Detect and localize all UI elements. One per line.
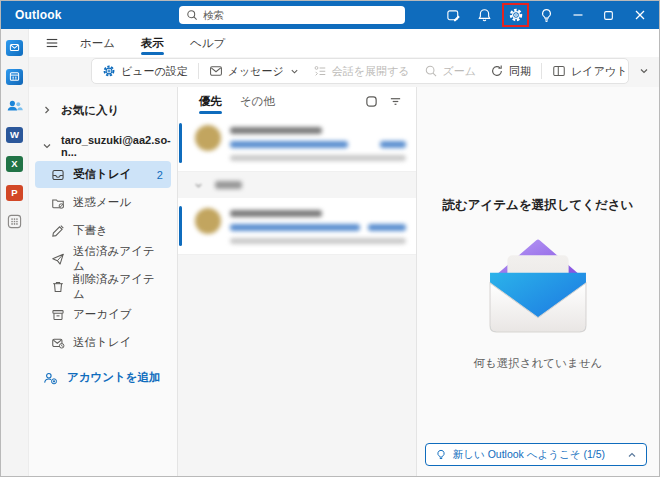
- nav-toggle-button[interactable]: [37, 30, 67, 56]
- favorites-row[interactable]: お気に入り: [29, 96, 177, 124]
- trash-icon: [51, 280, 65, 294]
- excel-icon: X: [6, 156, 23, 172]
- tab-other[interactable]: その他: [231, 87, 284, 115]
- view-settings-gear-icon: [102, 64, 116, 78]
- blurred-preview: [230, 238, 406, 244]
- tips-button[interactable]: [531, 1, 562, 29]
- select-icon: [365, 95, 378, 108]
- filter-icon: [389, 95, 402, 108]
- view-settings-button[interactable]: ビューの設定: [95, 60, 195, 82]
- folder-archive[interactable]: アーカイブ: [35, 301, 171, 328]
- ribbon-divider: [198, 63, 199, 79]
- reading-pane: 読むアイテムを選択してください: [417, 87, 659, 476]
- favorites-label: お気に入り: [61, 103, 119, 118]
- folder-inbox[interactable]: 受信トレイ 2: [35, 161, 171, 188]
- minimize-button[interactable]: [562, 1, 593, 29]
- view-settings-label: ビューの設定: [121, 64, 188, 79]
- layout-button[interactable]: レイアウト: [545, 60, 629, 82]
- maximize-button[interactable]: [593, 1, 624, 29]
- rail-item-more-apps[interactable]: [5, 212, 25, 231]
- search-input[interactable]: [203, 9, 398, 21]
- tab-view[interactable]: 表示: [128, 29, 177, 57]
- tab-home[interactable]: ホーム: [67, 29, 128, 57]
- message-list-header: 優先 その他: [178, 87, 416, 115]
- account-label: taro_suzuki@aa2.so-n...: [61, 134, 171, 158]
- layout-icon: [552, 64, 566, 78]
- rail-item-people[interactable]: [5, 96, 25, 115]
- sync-icon: [490, 64, 504, 78]
- maximize-icon: [603, 10, 614, 21]
- welcome-teaching-callout[interactable]: 新しい Outlook へようこそ (1/5): [425, 443, 647, 466]
- ribbon-collapse-button[interactable]: [633, 60, 655, 82]
- folder-outbox[interactable]: 送信トレイ: [35, 329, 171, 356]
- hamburger-icon: [45, 36, 59, 50]
- mail-list-item[interactable]: [178, 115, 416, 172]
- outlook-mail-icon: [6, 40, 23, 56]
- blurred-subject: [230, 141, 348, 148]
- feedback-button[interactable]: [438, 1, 469, 29]
- folder-drafts[interactable]: 下書き: [35, 217, 171, 244]
- ribbon: ビューの設定 メッセージ: [29, 57, 659, 87]
- calendar-icon: [6, 69, 23, 85]
- folder-deleted-items[interactable]: 削除済みアイテム: [35, 273, 171, 300]
- rail-selection-indicator: [0, 40, 1, 54]
- mail-item-blurred-text: [230, 125, 406, 161]
- blurred-preview: [230, 155, 406, 161]
- ribbon-tab-row: ホーム 表示 ヘルプ: [29, 29, 659, 57]
- settings-button[interactable]: [500, 1, 531, 29]
- add-account-button[interactable]: アカウントを追加: [29, 370, 177, 385]
- message-list: 優先 その他: [177, 87, 417, 476]
- rail-item-powerpoint[interactable]: P: [5, 183, 25, 202]
- tab-focused[interactable]: 優先: [190, 87, 231, 115]
- notifications-button[interactable]: [469, 1, 500, 29]
- chevron-down-icon: [290, 67, 299, 76]
- blurred-date: [368, 224, 406, 231]
- send-icon: [51, 252, 65, 266]
- chevron-right-icon: [42, 105, 52, 115]
- minimize-icon: [572, 9, 584, 21]
- rail-item-mail[interactable]: [5, 38, 25, 57]
- open-envelope-illustration: [479, 238, 597, 336]
- close-icon: [634, 9, 646, 21]
- folder-label: 送信トレイ: [73, 335, 131, 350]
- folder-sent-items[interactable]: 送信済みアイテム: [35, 245, 171, 272]
- blurred-sender: [230, 210, 322, 217]
- people-icon: [6, 98, 23, 113]
- list-group-header[interactable]: [178, 172, 416, 198]
- callout-text: 新しい Outlook へようこそ (1/5): [453, 448, 605, 462]
- blurred-group-label: [215, 181, 242, 189]
- close-button[interactable]: [624, 1, 655, 29]
- chevron-up-icon[interactable]: [627, 450, 637, 460]
- folder-label: 下書き: [73, 223, 108, 238]
- search-icon: [186, 9, 198, 21]
- account-row[interactable]: taro_suzuki@aa2.so-n...: [29, 132, 177, 160]
- rail-item-excel[interactable]: X: [5, 154, 25, 173]
- add-account-label: アカウントを追加: [67, 370, 161, 385]
- avatar: [195, 208, 221, 234]
- blurred-subject: [230, 224, 360, 231]
- filter-button[interactable]: [384, 89, 408, 113]
- feedback-icon: [446, 8, 461, 23]
- rail-item-word[interactable]: W: [5, 125, 25, 144]
- rail-item-calendar[interactable]: [5, 67, 25, 86]
- blurred-sender: [230, 127, 322, 134]
- sync-label: 同期: [509, 64, 531, 79]
- tab-help[interactable]: ヘルプ: [177, 29, 238, 57]
- ribbon-divider: [541, 63, 542, 79]
- app-rail: W X P: [1, 29, 29, 476]
- message-button[interactable]: メッセージ: [202, 60, 306, 82]
- zoom-magnifier-icon: [424, 64, 438, 78]
- mail-list-item[interactable]: [178, 198, 416, 255]
- message-label: メッセージ: [228, 64, 284, 79]
- folder-label: アーカイブ: [73, 307, 132, 322]
- empty-state-title: 読むアイテムを選択してください: [442, 197, 633, 214]
- unread-count-badge: 2: [157, 169, 163, 181]
- highlight-box: [502, 3, 529, 27]
- apps-grid-icon: [7, 214, 22, 229]
- select-messages-button[interactable]: [360, 89, 384, 113]
- unread-indicator: [179, 123, 182, 163]
- sync-button[interactable]: 同期: [483, 60, 538, 82]
- folder-junk[interactable]: 迷惑メール: [35, 189, 171, 216]
- outlook-window: Outlook: [0, 0, 660, 477]
- search-box[interactable]: [179, 6, 405, 24]
